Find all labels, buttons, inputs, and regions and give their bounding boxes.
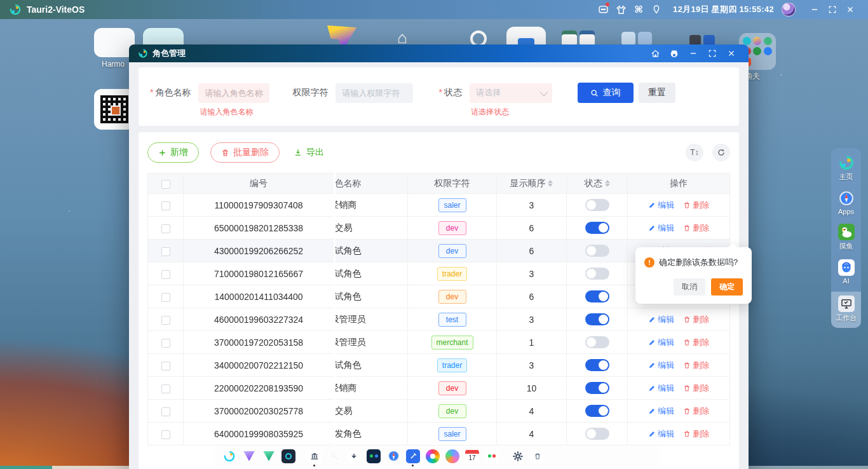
search-button[interactable]: 查询 <box>578 83 634 103</box>
pin-icon[interactable] <box>648 3 665 17</box>
header-status[interactable]: 状态 <box>567 173 628 194</box>
dock-bank-app-icon[interactable] <box>308 449 322 463</box>
delete-button[interactable]: 删除 <box>683 360 709 371</box>
edit-button[interactable]: 编辑 <box>648 428 674 440</box>
delete-button[interactable]: 删除 <box>683 222 709 234</box>
perm-input[interactable] <box>336 83 413 103</box>
rail-item-home[interactable]: 主页 <box>831 153 861 183</box>
dock-status-app-icon[interactable] <box>367 449 381 463</box>
export-button[interactable]: 导出 <box>294 147 324 158</box>
messages-icon[interactable] <box>594 3 612 17</box>
status-toggle[interactable] <box>585 428 609 440</box>
edit-button[interactable]: 编辑 <box>648 360 674 371</box>
header-perm: 权限字符 <box>408 173 496 194</box>
add-button[interactable]: 新增 <box>147 142 199 163</box>
status-toggle[interactable] <box>585 313 609 325</box>
sort-icons[interactable] <box>605 180 610 187</box>
sort-icons[interactable] <box>548 180 553 187</box>
delete-button[interactable]: 删除 <box>683 383 709 394</box>
delete-button[interactable]: 删除 <box>683 337 709 348</box>
dock-media-app-icon[interactable] <box>485 449 499 463</box>
filter-panel: 角色名称 请输入角色名称 权限字符 状态 请选择 请选择状态 <box>139 67 739 126</box>
dock-sphere-app-icon[interactable] <box>445 449 459 463</box>
popconfirm-cancel-button[interactable]: 取消 <box>674 278 705 296</box>
status-toggle[interactable] <box>585 222 609 234</box>
batch-delete-button[interactable]: 批量删除 <box>210 142 280 163</box>
edit-button[interactable]: 编辑 <box>648 383 674 394</box>
select-all-checkbox[interactable] <box>161 180 170 189</box>
dock-trash-icon[interactable] <box>531 449 545 463</box>
row-checkbox[interactable] <box>161 247 170 256</box>
edit-button[interactable]: 编辑 <box>648 222 674 234</box>
row-checkbox[interactable] <box>161 293 170 302</box>
row-checkbox[interactable] <box>161 224 170 233</box>
topbar-close-icon[interactable] <box>841 3 859 17</box>
row-checkbox[interactable] <box>161 407 170 416</box>
role-name-error: 请输入角色名称 <box>200 107 253 118</box>
clock-datetime[interactable]: 12月19日 星期四 15:55:42 <box>673 4 774 15</box>
topbar-minimize-icon[interactable] <box>806 3 824 17</box>
dock-key-app-icon[interactable] <box>327 449 341 463</box>
row-checkbox[interactable] <box>161 384 170 393</box>
status-toggle[interactable] <box>585 336 609 348</box>
dock-vue-icon[interactable] <box>262 449 276 463</box>
user-avatar[interactable] <box>782 3 796 17</box>
table-row: 370000197202053158 超级管理员 merchant 1 编辑删除 <box>148 331 730 354</box>
window-maximize-icon[interactable] <box>703 46 722 60</box>
reset-button[interactable]: 重置 <box>639 83 675 103</box>
delete-button[interactable]: 删除 <box>683 405 709 417</box>
status-toggle[interactable] <box>585 405 609 417</box>
rail-item-apps[interactable]: Apps <box>831 189 861 217</box>
rail-item-workbench[interactable]: 工作台 <box>831 292 861 328</box>
delete-button[interactable]: 删除 <box>683 314 709 325</box>
desktop-icon-sheets[interactable] <box>562 31 595 46</box>
row-checkbox[interactable] <box>161 362 170 370</box>
status-toggle[interactable] <box>585 359 609 371</box>
row-checkbox[interactable] <box>161 339 170 348</box>
cell-role-name: 经销商 <box>336 200 407 211</box>
density-button[interactable]: T↕ <box>686 144 703 161</box>
dock-photos-icon[interactable] <box>426 449 440 463</box>
plus-icon <box>158 149 166 157</box>
rail-item-moyu[interactable]: 摸鱼 <box>831 222 861 252</box>
dock-calendar-icon[interactable]: 17 <box>465 449 479 463</box>
status-toggle[interactable] <box>585 199 609 211</box>
dock-logo-icon[interactable] <box>222 449 236 463</box>
status-toggle[interactable] <box>585 268 609 280</box>
header-order[interactable]: 显示顺序 <box>496 173 566 194</box>
window-close-icon[interactable] <box>722 46 741 60</box>
cell-id: 370000197202053158 <box>184 331 335 354</box>
window-titlebar[interactable]: 角色管理 <box>129 44 749 62</box>
row-checkbox[interactable] <box>161 316 170 325</box>
role-name-input[interactable] <box>198 83 269 103</box>
dock-tools-app-icon[interactable] <box>406 449 420 463</box>
status-toggle[interactable] <box>585 290 609 302</box>
edit-button[interactable]: 编辑 <box>648 314 674 325</box>
dock-safari-icon[interactable] <box>386 449 400 463</box>
dock-download-app-icon[interactable] <box>347 449 361 463</box>
refresh-button[interactable] <box>712 144 730 161</box>
topbar-fullscreen-icon[interactable] <box>824 3 841 17</box>
desktop-icon-contacts[interactable] <box>621 32 652 46</box>
row-checkbox[interactable] <box>161 270 170 279</box>
popconfirm-confirm-button[interactable]: 确定 <box>711 278 743 296</box>
row-checkbox[interactable] <box>161 201 170 210</box>
edit-button[interactable]: 编辑 <box>648 337 674 348</box>
theme-skin-icon[interactable] <box>612 3 630 17</box>
status-toggle[interactable] <box>585 245 609 257</box>
command-icon[interactable]: ⌘ <box>630 3 648 17</box>
dock-settings-gear-icon[interactable] <box>511 449 525 463</box>
rail-item-ai[interactable]: AI <box>831 258 861 286</box>
edit-button[interactable]: 编辑 <box>648 200 674 211</box>
edit-button[interactable]: 编辑 <box>648 405 674 417</box>
window-minimize-icon[interactable] <box>684 46 703 60</box>
dock-dark-app-icon[interactable] <box>281 449 295 463</box>
status-toggle[interactable] <box>585 382 609 394</box>
window-github-icon[interactable] <box>665 46 684 60</box>
delete-button[interactable]: 删除 <box>683 428 709 440</box>
window-home-icon[interactable] <box>646 46 665 60</box>
row-checkbox[interactable] <box>161 430 170 439</box>
dock-vitest-icon[interactable] <box>242 449 256 463</box>
delete-button[interactable]: 删除 <box>683 200 709 211</box>
status-select[interactable]: 请选择 <box>470 83 552 103</box>
